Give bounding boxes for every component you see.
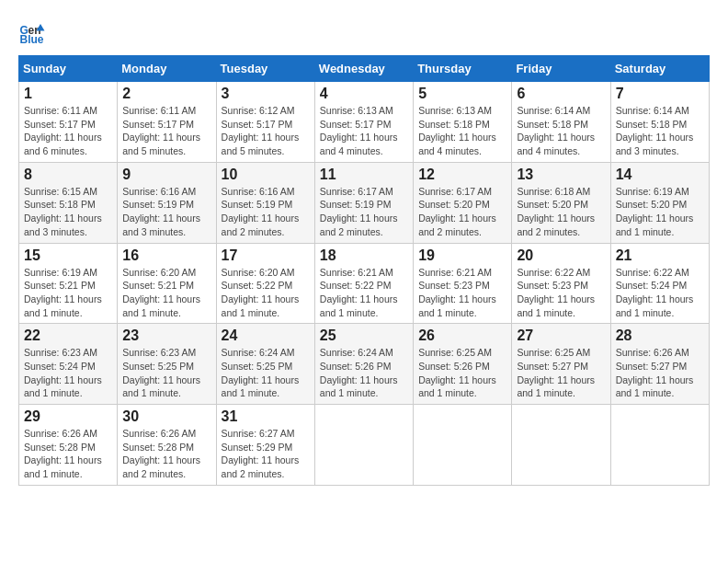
sunrise-label: Sunrise: 6:11 AM <box>122 105 196 116</box>
day-cell-21: 21 Sunrise: 6:22 AM Sunset: 5:24 PM Dayl… <box>610 243 709 324</box>
day-cell-23: 23 Sunrise: 6:23 AM Sunset: 5:25 PM Dayl… <box>118 324 216 405</box>
sunset-label: Sunset: 5:21 PM <box>24 280 96 291</box>
day-info: Sunrise: 6:11 AM Sunset: 5:17 PM Dayligh… <box>122 104 210 158</box>
day-info: Sunrise: 6:23 AM Sunset: 5:24 PM Dayligh… <box>24 346 112 400</box>
calendar-week-4: 22 Sunrise: 6:23 AM Sunset: 5:24 PM Dayl… <box>19 324 710 405</box>
sunrise-label: Sunrise: 6:21 AM <box>320 267 393 278</box>
sunrise-label: Sunrise: 6:25 AM <box>418 347 492 358</box>
day-info: Sunrise: 6:12 AM Sunset: 5:17 PM Dayligh… <box>222 104 310 158</box>
day-info: Sunrise: 6:23 AM Sunset: 5:25 PM Dayligh… <box>122 346 210 400</box>
day-cell-14: 14 Sunrise: 6:19 AM Sunset: 5:20 PM Dayl… <box>610 162 709 243</box>
sunrise-label: Sunrise: 6:24 AM <box>320 347 393 358</box>
day-cell-13: 13 Sunrise: 6:18 AM Sunset: 5:20 PM Dayl… <box>512 162 610 243</box>
weekday-header-saturday: Saturday <box>610 56 709 82</box>
day-number: 28 <box>616 327 704 344</box>
sunrise-label: Sunrise: 6:26 AM <box>616 347 689 358</box>
sunset-label: Sunset: 5:19 PM <box>122 199 194 210</box>
day-info: Sunrise: 6:27 AM Sunset: 5:29 PM Dayligh… <box>222 427 310 481</box>
weekday-header-tuesday: Tuesday <box>216 56 314 82</box>
calendar-week-3: 15 Sunrise: 6:19 AM Sunset: 5:21 PM Dayl… <box>19 243 710 324</box>
empty-cell <box>610 405 709 486</box>
sunset-label: Sunset: 5:23 PM <box>517 280 588 291</box>
sunrise-label: Sunrise: 6:21 AM <box>418 267 492 278</box>
day-info: Sunrise: 6:24 AM Sunset: 5:25 PM Dayligh… <box>222 346 310 400</box>
day-info: Sunrise: 6:16 AM Sunset: 5:19 PM Dayligh… <box>222 185 310 239</box>
day-number: 22 <box>24 327 112 344</box>
day-cell-30: 30 Sunrise: 6:26 AM Sunset: 5:28 PM Dayl… <box>118 405 216 486</box>
day-number: 5 <box>418 86 506 102</box>
day-cell-28: 28 Sunrise: 6:26 AM Sunset: 5:27 PM Dayl… <box>610 324 709 405</box>
day-info: Sunrise: 6:20 AM Sunset: 5:21 PM Dayligh… <box>122 266 210 320</box>
day-cell-31: 31 Sunrise: 6:27 AM Sunset: 5:29 PM Dayl… <box>216 405 314 486</box>
day-info: Sunrise: 6:14 AM Sunset: 5:18 PM Dayligh… <box>616 104 704 158</box>
day-info: Sunrise: 6:24 AM Sunset: 5:26 PM Dayligh… <box>320 346 408 400</box>
day-number: 20 <box>517 247 605 264</box>
day-cell-8: 8 Sunrise: 6:15 AM Sunset: 5:18 PM Dayli… <box>19 162 118 243</box>
sunrise-label: Sunrise: 6:19 AM <box>616 186 689 197</box>
day-info: Sunrise: 6:13 AM Sunset: 5:17 PM Dayligh… <box>320 104 408 158</box>
sunrise-label: Sunrise: 6:15 AM <box>24 186 97 197</box>
weekday-header-friday: Friday <box>512 56 610 82</box>
daylight-label: Daylight: 11 hours and 2 minutes. <box>122 454 200 479</box>
sunset-label: Sunset: 5:27 PM <box>616 361 688 372</box>
sunrise-label: Sunrise: 6:13 AM <box>320 105 393 116</box>
day-number: 1 <box>24 86 112 102</box>
day-number: 16 <box>122 247 210 264</box>
day-info: Sunrise: 6:26 AM Sunset: 5:27 PM Dayligh… <box>616 346 704 400</box>
empty-cell <box>314 405 413 486</box>
sunrise-label: Sunrise: 6:24 AM <box>222 347 295 358</box>
sunset-label: Sunset: 5:24 PM <box>24 361 96 372</box>
day-cell-16: 16 Sunrise: 6:20 AM Sunset: 5:21 PM Dayl… <box>118 243 216 324</box>
sunrise-label: Sunrise: 6:13 AM <box>418 105 492 116</box>
logo-icon: G en Blue <box>18 18 46 46</box>
daylight-label: Daylight: 11 hours and 2 minutes. <box>222 454 300 479</box>
daylight-label: Daylight: 11 hours and 1 minute. <box>222 293 300 318</box>
day-info: Sunrise: 6:17 AM Sunset: 5:20 PM Dayligh… <box>418 185 506 239</box>
daylight-label: Daylight: 11 hours and 3 minutes. <box>122 213 200 237</box>
day-cell-27: 27 Sunrise: 6:25 AM Sunset: 5:27 PM Dayl… <box>512 324 610 405</box>
sunset-label: Sunset: 5:26 PM <box>418 361 490 372</box>
day-cell-22: 22 Sunrise: 6:23 AM Sunset: 5:24 PM Dayl… <box>19 324 118 405</box>
day-cell-3: 3 Sunrise: 6:12 AM Sunset: 5:17 PM Dayli… <box>216 82 314 163</box>
day-number: 24 <box>222 327 310 344</box>
day-info: Sunrise: 6:25 AM Sunset: 5:27 PM Dayligh… <box>517 346 605 400</box>
day-number: 18 <box>320 247 408 264</box>
daylight-label: Daylight: 11 hours and 1 minute. <box>616 213 694 237</box>
page-header: G en Blue <box>18 18 710 46</box>
day-info: Sunrise: 6:21 AM Sunset: 5:23 PM Dayligh… <box>418 266 506 320</box>
sunrise-label: Sunrise: 6:17 AM <box>320 186 393 197</box>
day-number: 14 <box>616 167 704 183</box>
day-number: 10 <box>222 167 310 183</box>
sunrise-label: Sunrise: 6:17 AM <box>418 186 492 197</box>
day-cell-6: 6 Sunrise: 6:14 AM Sunset: 5:18 PM Dayli… <box>512 82 610 163</box>
daylight-label: Daylight: 11 hours and 2 minutes. <box>222 213 300 237</box>
sunset-label: Sunset: 5:22 PM <box>222 280 293 291</box>
sunset-label: Sunset: 5:25 PM <box>222 361 293 372</box>
daylight-label: Daylight: 11 hours and 1 minute. <box>24 454 102 479</box>
day-number: 13 <box>517 167 605 183</box>
sunset-label: Sunset: 5:18 PM <box>616 119 688 130</box>
sunset-label: Sunset: 5:29 PM <box>222 442 293 453</box>
sunset-label: Sunset: 5:19 PM <box>320 199 392 210</box>
weekday-header-monday: Monday <box>118 56 216 82</box>
sunset-label: Sunset: 5:28 PM <box>122 442 194 453</box>
sunset-label: Sunset: 5:17 PM <box>24 119 96 130</box>
sunrise-label: Sunrise: 6:23 AM <box>24 347 97 358</box>
day-cell-2: 2 Sunrise: 6:11 AM Sunset: 5:17 PM Dayli… <box>118 82 216 163</box>
day-info: Sunrise: 6:15 AM Sunset: 5:18 PM Dayligh… <box>24 185 112 239</box>
daylight-label: Daylight: 11 hours and 6 minutes. <box>24 132 102 156</box>
day-cell-29: 29 Sunrise: 6:26 AM Sunset: 5:28 PM Dayl… <box>19 405 118 486</box>
day-number: 23 <box>122 327 210 344</box>
day-number: 25 <box>320 327 408 344</box>
weekday-header-wednesday: Wednesday <box>314 56 413 82</box>
day-cell-9: 9 Sunrise: 6:16 AM Sunset: 5:19 PM Dayli… <box>118 162 216 243</box>
day-cell-7: 7 Sunrise: 6:14 AM Sunset: 5:18 PM Dayli… <box>610 82 709 163</box>
day-number: 2 <box>122 86 210 102</box>
day-number: 4 <box>320 86 408 102</box>
sunrise-label: Sunrise: 6:16 AM <box>222 186 295 197</box>
calendar-week-2: 8 Sunrise: 6:15 AM Sunset: 5:18 PM Dayli… <box>19 162 710 243</box>
day-info: Sunrise: 6:26 AM Sunset: 5:28 PM Dayligh… <box>122 427 210 481</box>
day-number: 6 <box>517 86 605 102</box>
sunset-label: Sunset: 5:18 PM <box>24 199 96 210</box>
sunset-label: Sunset: 5:19 PM <box>222 199 293 210</box>
